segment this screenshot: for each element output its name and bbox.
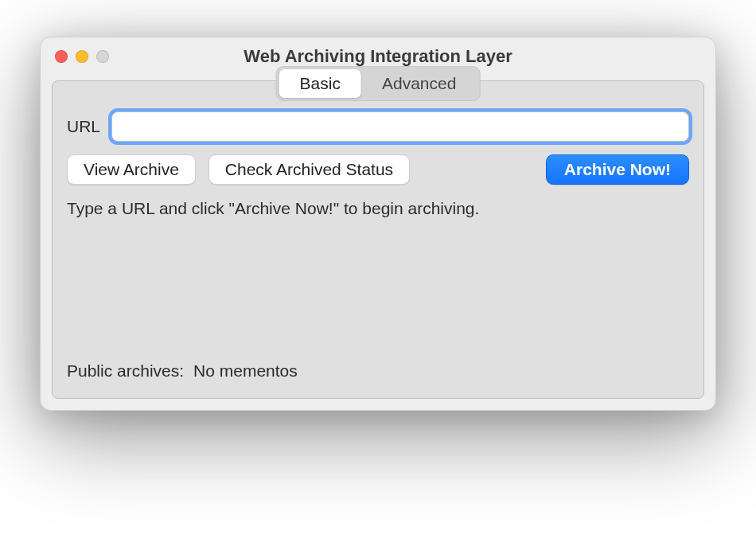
url-row: URL: [67, 111, 689, 142]
check-status-button[interactable]: Check Archived Status: [208, 154, 410, 185]
archive-now-button[interactable]: Archive Now!: [546, 154, 689, 185]
url-label: URL: [67, 117, 100, 136]
window-title: Web Archiving Integration Layer: [41, 46, 715, 67]
main-panel: Basic Advanced URL View Archive Check Ar…: [52, 80, 704, 399]
public-archives-value: No mementos: [193, 361, 298, 381]
app-window: Web Archiving Integration Layer Basic Ad…: [40, 37, 716, 411]
button-row: View Archive Check Archived Status Archi…: [67, 154, 689, 185]
minimize-icon[interactable]: [76, 50, 88, 63]
status-row: Public archives: No mementos: [67, 361, 689, 381]
url-input[interactable]: [111, 111, 689, 142]
zoom-icon[interactable]: [96, 50, 109, 63]
tab-advanced[interactable]: Advanced: [361, 69, 477, 98]
hint-text: Type a URL and click "Archive Now!" to b…: [67, 199, 689, 218]
view-archive-button[interactable]: View Archive: [67, 154, 196, 185]
window-controls: [41, 50, 109, 63]
tab-group: Basic Advanced: [276, 66, 481, 101]
public-archives-label: Public archives:: [67, 361, 184, 381]
close-icon[interactable]: [55, 50, 68, 63]
tab-basic[interactable]: Basic: [279, 69, 361, 98]
